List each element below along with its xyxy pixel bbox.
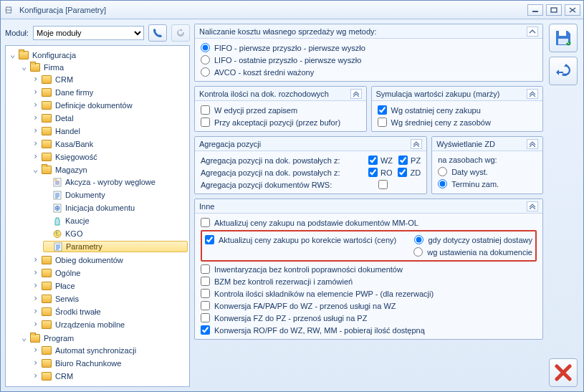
expand-icon[interactable]: › xyxy=(32,115,39,123)
save-button[interactable] xyxy=(549,24,578,52)
panel-wyswietlanie: Wyświetlanie ZD na zasobach wg: Daty wys… xyxy=(431,136,543,194)
app-icon xyxy=(4,5,14,15)
tree-definicje[interactable]: ›Definicje dokumentów xyxy=(32,100,188,111)
folder-icon xyxy=(42,359,52,368)
check-kontrola-2[interactable] xyxy=(201,118,210,127)
check-inne-8[interactable] xyxy=(201,325,210,335)
expand-icon[interactable]: › xyxy=(32,102,39,110)
check-inne-1[interactable] xyxy=(201,218,210,227)
expand-icon[interactable]: › xyxy=(32,76,39,84)
tree-ksiegowosc[interactable]: ›Księgowość xyxy=(32,151,188,163)
collapse-icon[interactable]: ⌄ xyxy=(9,52,16,59)
maximize-button[interactable] xyxy=(546,4,562,16)
check-inne-7[interactable] xyxy=(201,313,210,322)
check-zd[interactable] xyxy=(398,168,407,177)
check-kontrola-1[interactable] xyxy=(201,105,210,115)
close-button[interactable] xyxy=(565,4,580,16)
tree-kasa-bank[interactable]: ›Kasa/Bank xyxy=(32,138,188,150)
expand-icon[interactable]: › xyxy=(32,128,39,135)
left-column: Moduł: Moje moduły ⌄Konfiguracja ⌄Firma xyxy=(5,24,190,387)
expand-icon[interactable]: › xyxy=(32,257,39,264)
undo-button[interactable] xyxy=(549,57,578,85)
tree-ogolne[interactable]: ›Ogólne xyxy=(32,267,188,279)
check-inne-3[interactable] xyxy=(201,264,210,274)
expand-icon[interactable]: › xyxy=(32,347,39,355)
collapse-toggle[interactable] xyxy=(527,27,538,37)
check-sym-1[interactable] xyxy=(378,105,387,115)
expand-icon[interactable]: › xyxy=(32,269,39,277)
tree-kaucje[interactable]: Kaucje xyxy=(43,215,188,226)
radio-terminu[interactable] xyxy=(438,179,447,188)
folder-icon xyxy=(42,307,52,316)
collapse-toggle[interactable] xyxy=(411,139,422,149)
collapse-icon[interactable]: ⌄ xyxy=(32,166,39,174)
radio-fifo[interactable] xyxy=(201,43,210,52)
right-column: Naliczanie kosztu własnego sprzedaży wg … xyxy=(194,24,579,387)
collapse-toggle[interactable] xyxy=(527,201,538,211)
tree-parametry[interactable]: Parametry xyxy=(43,241,188,252)
check-inne-6[interactable] xyxy=(201,301,210,310)
tree-dokumenty[interactable]: Dokumenty xyxy=(43,189,188,201)
panel-title: Naliczanie kosztu własnego sprzedaży wg … xyxy=(199,27,527,36)
panel-inne: Inne Aktualizuj ceny zakupu na podstawie… xyxy=(194,199,543,340)
collapse-icon[interactable]: ⌄ xyxy=(20,335,28,343)
tree-detal[interactable]: ›Detal xyxy=(32,113,188,124)
check-inne-4[interactable] xyxy=(201,277,210,286)
radio-wg-ustawienia[interactable] xyxy=(413,247,423,257)
tree-place[interactable]: ›Płace xyxy=(32,280,188,292)
tree-srodki[interactable]: ›Środki trwałe xyxy=(32,306,188,317)
expand-icon[interactable]: › xyxy=(32,360,39,368)
check-rws[interactable] xyxy=(378,180,388,189)
expand-icon[interactable]: › xyxy=(32,140,39,148)
tree-kgo[interactable]: €KGO xyxy=(43,228,188,239)
refresh-button[interactable] xyxy=(171,24,190,42)
cancel-button[interactable] xyxy=(549,358,578,387)
expand-icon[interactable]: › xyxy=(32,282,39,290)
expand-icon[interactable]: › xyxy=(32,153,39,161)
collapse-toggle[interactable] xyxy=(527,139,538,149)
config-tree[interactable]: ⌄Konfiguracja ⌄Firma ›CRM ›Dane firmy ›D… xyxy=(5,45,190,387)
tree-crm2[interactable]: ›CRM xyxy=(32,371,188,382)
minimize-button[interactable] xyxy=(527,4,543,16)
module-select[interactable]: Moje moduły xyxy=(33,26,144,40)
tree-inicjacja[interactable]: Inicjacja dokumentu xyxy=(43,202,188,214)
collapse-icon[interactable]: ⌄ xyxy=(20,64,28,72)
collapse-toggle[interactable] xyxy=(350,89,362,99)
tree-magazyn[interactable]: ⌄Magazyn xyxy=(32,164,188,176)
expand-icon[interactable]: › xyxy=(32,295,39,303)
check-inne-5[interactable] xyxy=(201,289,210,298)
expand-icon[interactable]: › xyxy=(32,308,39,316)
tree-crm[interactable]: ›CRM xyxy=(32,74,188,85)
collapse-toggle[interactable] xyxy=(527,89,538,99)
panel-agregacja: Agregacja pozycji Agregacja pozycji na d… xyxy=(194,136,427,194)
check-wz[interactable] xyxy=(368,156,378,165)
tree-program[interactable]: ⌄Program xyxy=(20,333,188,344)
radio-daty[interactable] xyxy=(438,167,447,176)
check-inne-2[interactable] xyxy=(205,235,214,244)
tree-root[interactable]: ⌄Konfiguracja xyxy=(9,49,188,61)
tree-biuro[interactable]: ›Biuro Rachunkowe xyxy=(32,358,188,369)
tree-automat[interactable]: ›Automat synchronizacji xyxy=(32,345,188,356)
panel-title: Inne xyxy=(199,202,527,211)
tree-firma[interactable]: ⌄Firma xyxy=(20,62,188,73)
check-ro[interactable] xyxy=(368,168,378,177)
tree-urzadzenia[interactable]: ›Urządzenia mobilne xyxy=(32,319,188,330)
folder-icon xyxy=(42,114,52,123)
tree-obieg[interactable]: ›Obieg dokumentów xyxy=(32,254,188,266)
radio-ostatnia-dostawa[interactable] xyxy=(414,235,423,244)
tree-handel[interactable]: ›Handel xyxy=(32,125,188,137)
expand-icon[interactable]: › xyxy=(32,89,39,97)
tree-serwis[interactable]: ›Serwis xyxy=(32,293,188,305)
phone-button[interactable] xyxy=(148,24,167,42)
check-sym-2[interactable] xyxy=(378,118,387,127)
titlebar: Konfiguracja [Parametry] xyxy=(1,1,583,19)
tree-akcyza[interactable]: Akcyza - wyroby węglowe xyxy=(43,176,188,188)
radio-avco[interactable] xyxy=(201,67,210,77)
expand-icon[interactable]: › xyxy=(32,373,39,381)
radio-lifo[interactable] xyxy=(201,55,210,64)
check-pz[interactable] xyxy=(398,156,408,165)
expand-icon[interactable]: › xyxy=(32,321,39,329)
tree-dane-firmy[interactable]: ›Dane firmy xyxy=(32,87,188,98)
side-buttons xyxy=(549,24,579,387)
label-fifo: FIFO - pierwsze przyszło - pierwsze wysz… xyxy=(214,44,365,52)
